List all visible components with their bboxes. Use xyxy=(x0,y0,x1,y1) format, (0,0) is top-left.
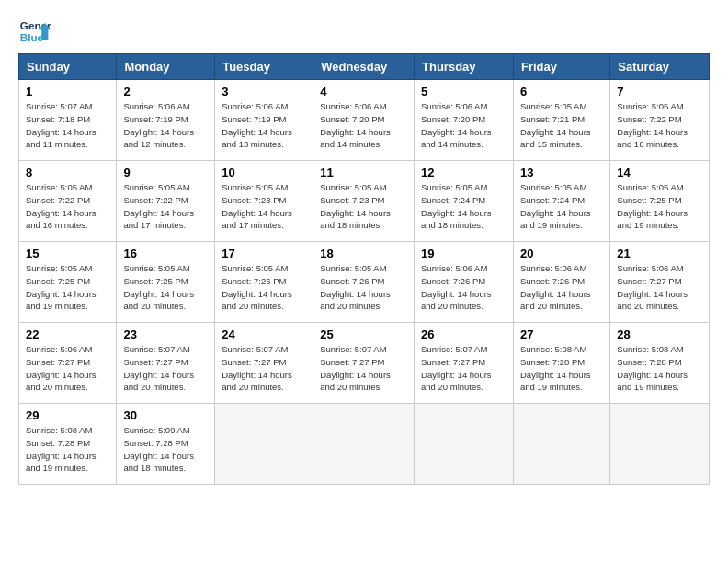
day-7: 7Sunrise: 5:05 AMSunset: 7:22 PMDaylight… xyxy=(610,80,710,161)
header: General Blue xyxy=(18,15,710,48)
day-1: 1Sunrise: 5:07 AMSunset: 7:18 PMDaylight… xyxy=(19,80,117,161)
weekday-header-monday: Monday xyxy=(117,54,215,80)
svg-text:Blue: Blue xyxy=(20,31,44,43)
day-21: 21Sunrise: 5:06 AMSunset: 7:27 PMDayligh… xyxy=(610,242,710,323)
day-30: 30Sunrise: 5:09 AMSunset: 7:28 PMDayligh… xyxy=(117,404,215,485)
week-row-4: 22Sunrise: 5:06 AMSunset: 7:27 PMDayligh… xyxy=(19,323,710,404)
day-27: 27Sunrise: 5:08 AMSunset: 7:28 PMDayligh… xyxy=(513,323,609,404)
weekday-header-wednesday: Wednesday xyxy=(313,54,415,80)
day-4: 4Sunrise: 5:06 AMSunset: 7:20 PMDaylight… xyxy=(313,80,415,161)
week-row-2: 8Sunrise: 5:05 AMSunset: 7:22 PMDaylight… xyxy=(19,161,710,242)
week-row-3: 15Sunrise: 5:05 AMSunset: 7:25 PMDayligh… xyxy=(19,242,710,323)
generalblue-logo-icon: General Blue xyxy=(18,15,51,48)
weekday-header-row: SundayMondayTuesdayWednesdayThursdayFrid… xyxy=(19,54,710,80)
day-24: 24Sunrise: 5:07 AMSunset: 7:27 PMDayligh… xyxy=(215,323,313,404)
logo: General Blue xyxy=(18,15,51,48)
day-8: 8Sunrise: 5:05 AMSunset: 7:22 PMDaylight… xyxy=(19,161,117,242)
day-10: 10Sunrise: 5:05 AMSunset: 7:23 PMDayligh… xyxy=(215,161,313,242)
weekday-header-friday: Friday xyxy=(513,54,609,80)
weekday-header-saturday: Saturday xyxy=(610,54,710,80)
day-26: 26Sunrise: 5:07 AMSunset: 7:27 PMDayligh… xyxy=(415,323,514,404)
weekday-header-tuesday: Tuesday xyxy=(215,54,313,80)
day-13: 13Sunrise: 5:05 AMSunset: 7:24 PMDayligh… xyxy=(513,161,609,242)
day-20: 20Sunrise: 5:06 AMSunset: 7:26 PMDayligh… xyxy=(513,242,609,323)
empty-cell xyxy=(513,404,609,485)
day-25: 25Sunrise: 5:07 AMSunset: 7:27 PMDayligh… xyxy=(313,323,415,404)
day-23: 23Sunrise: 5:07 AMSunset: 7:27 PMDayligh… xyxy=(117,323,215,404)
day-3: 3Sunrise: 5:06 AMSunset: 7:19 PMDaylight… xyxy=(215,80,313,161)
weekday-header-sunday: Sunday xyxy=(19,54,117,80)
day-18: 18Sunrise: 5:05 AMSunset: 7:26 PMDayligh… xyxy=(313,242,415,323)
empty-cell xyxy=(610,404,710,485)
day-5: 5Sunrise: 5:06 AMSunset: 7:20 PMDaylight… xyxy=(415,80,514,161)
weekday-header-thursday: Thursday xyxy=(415,54,514,80)
day-28: 28Sunrise: 5:08 AMSunset: 7:28 PMDayligh… xyxy=(610,323,710,404)
day-29: 29Sunrise: 5:08 AMSunset: 7:28 PMDayligh… xyxy=(19,404,117,485)
empty-cell xyxy=(215,404,313,485)
empty-cell xyxy=(415,404,514,485)
day-2: 2Sunrise: 5:06 AMSunset: 7:19 PMDaylight… xyxy=(117,80,215,161)
week-row-1: 1Sunrise: 5:07 AMSunset: 7:18 PMDaylight… xyxy=(19,80,710,161)
calendar-table: SundayMondayTuesdayWednesdayThursdayFrid… xyxy=(18,53,710,485)
day-9: 9Sunrise: 5:05 AMSunset: 7:22 PMDaylight… xyxy=(117,161,215,242)
page: General Blue SundayMondayTuesdayWednesda… xyxy=(0,0,728,503)
day-14: 14Sunrise: 5:05 AMSunset: 7:25 PMDayligh… xyxy=(610,161,710,242)
week-row-5: 29Sunrise: 5:08 AMSunset: 7:28 PMDayligh… xyxy=(19,404,710,485)
day-6: 6Sunrise: 5:05 AMSunset: 7:21 PMDaylight… xyxy=(513,80,609,161)
empty-cell xyxy=(313,404,415,485)
day-22: 22Sunrise: 5:06 AMSunset: 7:27 PMDayligh… xyxy=(19,323,117,404)
day-17: 17Sunrise: 5:05 AMSunset: 7:26 PMDayligh… xyxy=(215,242,313,323)
day-16: 16Sunrise: 5:05 AMSunset: 7:25 PMDayligh… xyxy=(117,242,215,323)
day-15: 15Sunrise: 5:05 AMSunset: 7:25 PMDayligh… xyxy=(19,242,117,323)
day-11: 11Sunrise: 5:05 AMSunset: 7:23 PMDayligh… xyxy=(313,161,415,242)
day-19: 19Sunrise: 5:06 AMSunset: 7:26 PMDayligh… xyxy=(415,242,514,323)
day-12: 12Sunrise: 5:05 AMSunset: 7:24 PMDayligh… xyxy=(415,161,514,242)
